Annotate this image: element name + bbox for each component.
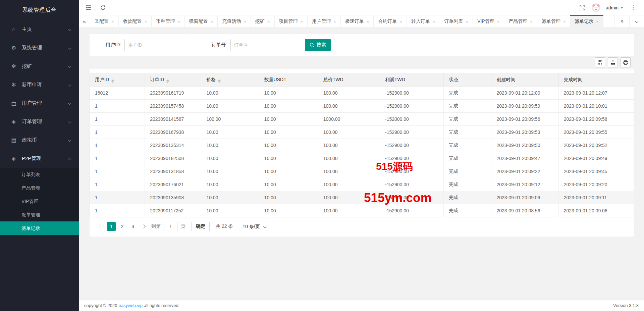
tab-close-icon[interactable]: × bbox=[333, 19, 336, 24]
tab-label: 又配置 bbox=[95, 18, 109, 24]
tab-close-icon[interactable]: × bbox=[466, 19, 469, 24]
sidebar-item-p2p[interactable]: ◈ P2P管理 bbox=[0, 149, 79, 168]
tab[interactable]: 产品管理× bbox=[504, 15, 537, 27]
sort-icon[interactable] bbox=[218, 80, 221, 83]
tab[interactable]: 派单记录× bbox=[570, 15, 603, 27]
footer-link[interactable]: easyweb.vip bbox=[118, 303, 143, 308]
column-header: 总价TWD bbox=[318, 73, 380, 87]
tab-close-icon[interactable]: × bbox=[530, 19, 533, 24]
tab-close-icon[interactable]: × bbox=[267, 19, 270, 24]
table-cell: 2023-09-01 20:09:55 bbox=[558, 126, 634, 139]
table-row[interactable]: 1202309018250810.0010.00100.00-152900.00… bbox=[90, 152, 634, 165]
column-header[interactable]: 价格 bbox=[201, 73, 259, 87]
tab-close-icon[interactable]: × bbox=[399, 19, 402, 24]
column-header[interactable]: 用户ID bbox=[90, 73, 145, 87]
tab-close-icon[interactable]: × bbox=[433, 19, 435, 24]
sidebar-item-virtual-coin[interactable]: ▤ 虚拟币 bbox=[0, 131, 79, 149]
tab-close-icon[interactable]: × bbox=[244, 19, 246, 24]
avatar[interactable] bbox=[592, 3, 600, 12]
more-options-icon[interactable]: ⋮ bbox=[629, 4, 637, 11]
tab-close-icon[interactable]: × bbox=[301, 19, 303, 24]
table-row[interactable]: 1202309013531410.0010.00100.00-152900.00… bbox=[90, 139, 634, 152]
order-no-input[interactable] bbox=[230, 39, 294, 51]
table-cell: -152900.00 bbox=[380, 152, 444, 165]
table-cell: 10.00 bbox=[259, 191, 318, 204]
sidebar-item-product-mgmt[interactable]: 产品管理 bbox=[0, 181, 79, 195]
column-header-label: 订单ID bbox=[150, 77, 164, 82]
tab[interactable]: 订单列表× bbox=[440, 15, 473, 27]
tab-close-icon[interactable]: × bbox=[563, 19, 566, 24]
tab[interactable]: VIP管理× bbox=[473, 15, 504, 27]
tab-close-icon[interactable]: × bbox=[211, 19, 213, 24]
tab[interactable]: 合约订单× bbox=[374, 15, 407, 27]
table-row[interactable]: 1202309013590810.0010.00100.00-152900.00… bbox=[90, 191, 634, 204]
table-row[interactable]: 1202309017602110.0010.00100.00-152900.00… bbox=[90, 178, 634, 191]
tab[interactable]: 极速订单× bbox=[341, 15, 374, 27]
sidebar-item-vip-mgmt[interactable]: VIP管理 bbox=[0, 195, 79, 208]
tabs-scroll-left-button[interactable]: « bbox=[79, 15, 90, 27]
sidebar-item-orders[interactable]: ◈ 订单管理 bbox=[0, 112, 79, 131]
tab[interactable]: 派单管理× bbox=[537, 15, 571, 27]
sort-icon[interactable] bbox=[166, 80, 169, 83]
sidebar-collapse-icon[interactable] bbox=[86, 5, 92, 10]
tab-close-icon[interactable]: × bbox=[367, 19, 369, 24]
page-button[interactable]: 1 bbox=[107, 222, 116, 231]
table-row[interactable]: 12023090141587100.0010.001000.00-152000.… bbox=[90, 113, 634, 126]
table-row[interactable]: 1202309015745810.0010.00100.00-152900.00… bbox=[90, 100, 634, 113]
tab-close-icon[interactable]: × bbox=[177, 19, 180, 24]
table-cell: 10.00 bbox=[259, 100, 318, 113]
table-row[interactable]: 16012202309016171910.0010.00100.00-15290… bbox=[90, 87, 634, 100]
sidebar-item-users[interactable]: ▤ 用户管理 bbox=[0, 94, 79, 112]
tab[interactable]: 项目管理× bbox=[275, 15, 308, 27]
sidebar-item-dispatch-records[interactable]: 派单记录 bbox=[0, 221, 79, 235]
sidebar-item-home[interactable]: ⌂ 主页 bbox=[0, 20, 79, 39]
sidebar-item-system[interactable]: ⚙ 系统管理 bbox=[0, 39, 79, 57]
table-row[interactable]: 1202309013185810.0010.00100.00-152900.00… bbox=[90, 165, 634, 178]
tab-close-icon[interactable]: × bbox=[497, 19, 500, 24]
column-header[interactable]: 订单ID bbox=[145, 73, 201, 87]
sidebar-item-mining[interactable]: ✻ 挖矿 bbox=[0, 57, 79, 75]
columns-filter-button[interactable] bbox=[595, 57, 605, 67]
user-menu[interactable]: admin bbox=[606, 5, 624, 10]
page-button[interactable]: 2 bbox=[118, 222, 126, 231]
tab[interactable]: 币种管理× bbox=[152, 15, 185, 27]
sidebar-item-dispatch-mgmt[interactable]: 派单管理 bbox=[0, 208, 79, 221]
tab-label: 合约订单 bbox=[378, 18, 397, 24]
tab[interactable]: 充值活动× bbox=[218, 15, 251, 27]
refresh-icon[interactable] bbox=[100, 5, 106, 10]
tab[interactable]: 弹窗配置× bbox=[185, 15, 218, 27]
prev-page-button[interactable] bbox=[96, 222, 105, 231]
page-size-select[interactable]: 10 条/页 bbox=[239, 222, 269, 231]
tab[interactable]: 挖矿× bbox=[251, 15, 275, 27]
search-button[interactable]: 搜索 bbox=[305, 39, 331, 51]
p2p-icon: ◈ bbox=[10, 155, 17, 162]
print-button[interactable] bbox=[621, 57, 631, 67]
table-cell: 2023-09-01 20:09:06 bbox=[558, 204, 634, 217]
page-button[interactable]: 3 bbox=[128, 222, 137, 231]
export-button[interactable] bbox=[608, 57, 618, 67]
tabs-dropdown-button[interactable] bbox=[629, 15, 644, 27]
table-cell: -152900.00 bbox=[380, 100, 444, 113]
tab-close-icon[interactable]: × bbox=[145, 19, 147, 24]
user-id-input[interactable] bbox=[124, 39, 188, 51]
sort-icon[interactable] bbox=[111, 80, 114, 83]
table-cell: 100.00 bbox=[318, 152, 380, 165]
goto-page-input[interactable] bbox=[164, 222, 177, 231]
sidebar-item-new-coin[interactable]: ✻ 新币申请 bbox=[0, 75, 79, 94]
table-cell: 2023-09-01 20:12:00 bbox=[491, 87, 558, 100]
table-row[interactable]: 1202309016793810.0010.00100.00-152900.00… bbox=[90, 126, 634, 139]
tab[interactable]: 转入订单× bbox=[407, 15, 440, 27]
tab[interactable]: 收款配置× bbox=[119, 15, 152, 27]
sidebar-item-order-list[interactable]: 订单列表 bbox=[0, 168, 79, 181]
tabs-scroll-right-button[interactable]: » bbox=[614, 15, 629, 27]
tab[interactable]: 用户管理× bbox=[308, 15, 341, 27]
table-row[interactable]: 1202309011725210.0010.00100.00-152900.00… bbox=[90, 204, 634, 217]
fullscreen-icon[interactable] bbox=[580, 5, 585, 10]
confirm-button[interactable]: 确定 bbox=[192, 222, 210, 231]
tab[interactable]: 又配置× bbox=[90, 15, 119, 27]
tab-close-icon[interactable]: × bbox=[111, 19, 114, 24]
next-page-button[interactable] bbox=[139, 222, 148, 231]
table-cell: 2023-09-01 20:09:50 bbox=[491, 139, 558, 152]
table-cell: 2023090117252 bbox=[145, 204, 201, 217]
tab-close-icon[interactable]: × bbox=[596, 19, 599, 24]
